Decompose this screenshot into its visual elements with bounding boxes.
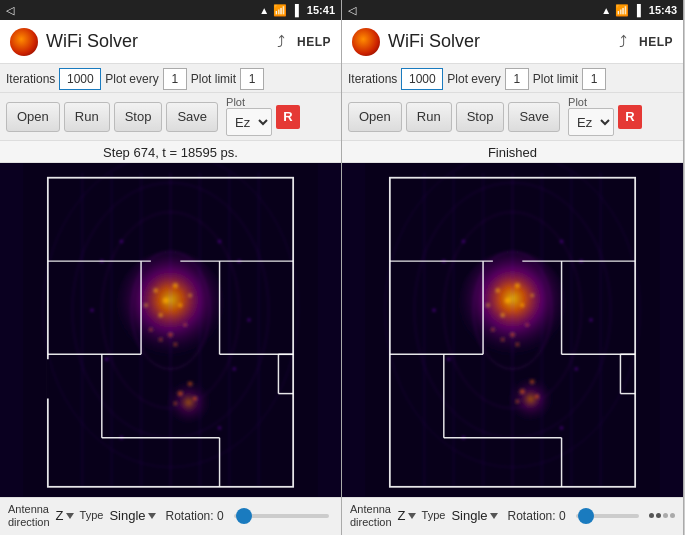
wifi-visualization-2 [342, 163, 683, 497]
plot-section-2: Plot Ez Ex Ey [568, 97, 614, 136]
svg-point-78 [501, 338, 504, 341]
antenna-arrow-icon-1 [66, 513, 74, 519]
svg-point-85 [433, 309, 436, 312]
scroll-dots-2 [649, 513, 675, 518]
plot-select-1[interactable]: Ez Ex Ey [226, 108, 272, 136]
svg-point-89 [575, 368, 578, 371]
svg-point-16 [163, 297, 169, 303]
nav-icon-2: ◁ [348, 4, 356, 17]
canvas-area-2 [342, 163, 683, 497]
stop-button-2[interactable]: Stop [456, 102, 505, 132]
svg-point-25 [174, 343, 177, 346]
plot-every-input-2[interactable] [505, 68, 529, 90]
svg-point-77 [511, 333, 515, 337]
save-button-1[interactable]: Save [166, 102, 218, 132]
type-label-2: Type [422, 509, 446, 522]
svg-point-29 [174, 402, 177, 405]
svg-point-74 [486, 304, 489, 307]
controls-row-1: Iterations Plot every Plot limit [0, 64, 341, 93]
iterations-label-1: Iterations [6, 72, 55, 86]
scroll-dot-4 [670, 513, 675, 518]
plot-limit-label-1: Plot limit [191, 72, 236, 86]
app-bar-1: WiFi Solver ⤴ HELP [0, 20, 341, 64]
share-icon-1[interactable]: ⤴ [273, 29, 289, 55]
status-text-2: Finished [342, 141, 683, 163]
svg-point-6 [151, 354, 220, 423]
svg-point-75 [491, 328, 494, 331]
antenna-dropdown-1[interactable]: Z [56, 508, 74, 523]
buttons-row-1: Open Run Stop Save Plot Ez Ex Ey R [0, 93, 341, 141]
plot-label-2: Plot [568, 97, 614, 108]
svg-point-88 [590, 319, 593, 322]
svg-point-32 [105, 358, 108, 361]
help-button-2[interactable]: HELP [639, 35, 673, 49]
svg-point-21 [149, 328, 152, 331]
rotation-label-1: Rotation: 0 [166, 509, 224, 523]
type-dropdown-2[interactable]: Single [451, 508, 497, 523]
run-button-1[interactable]: Run [64, 102, 110, 132]
scroll-dot-1 [649, 513, 654, 518]
svg-point-20 [144, 304, 147, 307]
svg-point-73 [531, 294, 534, 297]
svg-point-39 [218, 426, 221, 429]
svg-point-71 [520, 303, 524, 307]
battery-icon-2: ▐ [633, 4, 641, 16]
svg-point-19 [189, 294, 192, 297]
svg-point-83 [516, 400, 519, 403]
status-bar-1: ◁ ▲ 📶 ▐ 15:41 [0, 0, 341, 20]
svg-point-72 [501, 313, 505, 317]
antenna-dropdown-2[interactable]: Z [398, 508, 416, 523]
plot-limit-input-1[interactable] [240, 68, 264, 90]
iterations-input-1[interactable] [59, 68, 101, 90]
wifi-icon-2: 📶 [615, 4, 629, 17]
battery-icon-1: ▐ [291, 4, 299, 16]
plot-select-2[interactable]: Ez Ex Ey [568, 108, 614, 136]
type-dropdown-1[interactable]: Single [109, 508, 155, 523]
share-icon-2[interactable]: ⤴ [615, 29, 631, 55]
app-title-2: WiFi Solver [388, 31, 607, 52]
canvas-area-1 [0, 163, 341, 497]
rotation-slider-thumb-2[interactable] [578, 508, 594, 524]
buttons-row-2: Open Run Stop Save Plot Ez Ex Ey R [342, 93, 683, 141]
iterations-input-2[interactable] [401, 68, 443, 90]
type-label-1: Type [80, 509, 104, 522]
plot-limit-label-2: Plot limit [533, 72, 578, 86]
svg-point-82 [535, 395, 539, 399]
antenna-direction-label-1: Antenna direction [8, 503, 50, 529]
rotation-label-2: Rotation: 0 [508, 509, 566, 523]
time-1: 15:41 [307, 4, 335, 16]
app-bar-2: WiFi Solver ⤴ HELP [342, 20, 683, 64]
plot-label-1: Plot [226, 97, 272, 108]
antenna-direction-label-2: Antenna direction [350, 503, 392, 529]
stop-button-1[interactable]: Stop [114, 102, 163, 132]
help-button-1[interactable]: HELP [297, 35, 331, 49]
app-logo-2 [352, 28, 380, 56]
bottom-bar-2: Antenna direction Z Type Single Rotation… [342, 497, 683, 535]
save-button-2[interactable]: Save [508, 102, 560, 132]
signal-icon-1: ▲ [259, 5, 269, 16]
svg-point-26 [188, 382, 192, 386]
svg-point-90 [462, 240, 465, 243]
plot-limit-input-2[interactable] [582, 68, 606, 90]
svg-point-34 [248, 319, 251, 322]
svg-point-23 [169, 333, 173, 337]
open-button-1[interactable]: Open [6, 102, 60, 132]
plot-every-input-1[interactable] [163, 68, 187, 90]
svg-point-36 [120, 240, 123, 243]
svg-point-80 [530, 380, 534, 384]
bottom-bar-1: Antenna direction Z Type Single Rotation… [0, 497, 341, 535]
svg-point-91 [560, 240, 563, 243]
antenna-value-1: Z [56, 508, 64, 523]
rotation-slider-thumb-1[interactable] [236, 508, 252, 524]
r-button-2[interactable]: R [618, 105, 642, 129]
svg-point-60 [493, 352, 562, 421]
run-button-2[interactable]: Run [406, 102, 452, 132]
svg-point-76 [526, 323, 529, 326]
open-button-2[interactable]: Open [348, 102, 402, 132]
r-button-1[interactable]: R [276, 105, 300, 129]
type-arrow-icon-2 [490, 513, 498, 519]
controls-row-2: Iterations Plot every Plot limit [342, 64, 683, 93]
svg-point-24 [159, 338, 162, 341]
app-title-1: WiFi Solver [46, 31, 265, 52]
svg-point-79 [516, 343, 519, 346]
